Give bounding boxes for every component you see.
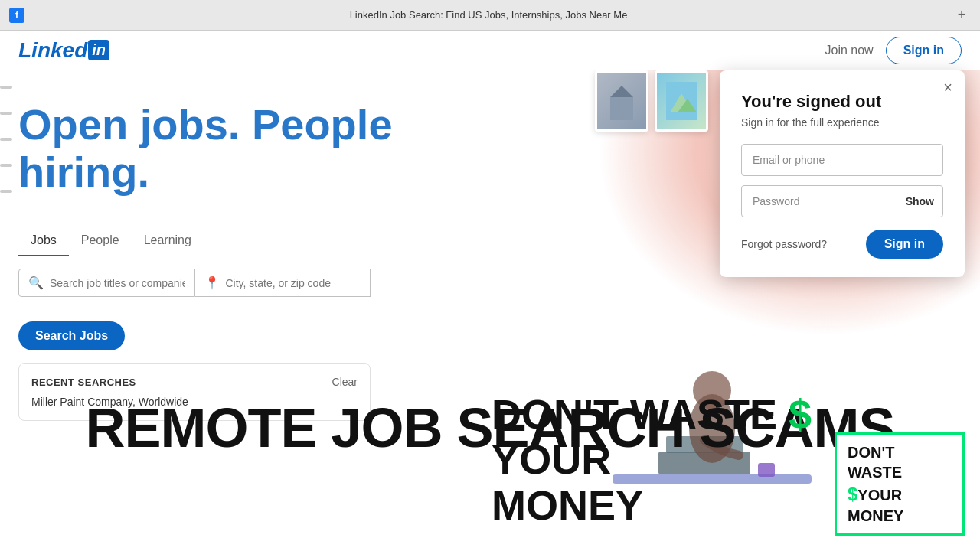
forgot-password-link[interactable]: Forgot password?: [741, 238, 827, 250]
money-graphic-box: DON'T WASTE $YOUR MONEY: [835, 432, 965, 536]
popup-subtitle: Sign in for the full experience: [741, 116, 943, 129]
job-search-input[interactable]: [50, 277, 185, 289]
navbar: Linkedin Join now Sign in: [0, 31, 980, 70]
main-page: Linkedin Join now Sign in Open jobs. Peo…: [0, 31, 980, 551]
thumbnail-images: [595, 70, 708, 132]
location-icon: 📍: [204, 276, 220, 290]
search-icon: 🔍: [28, 276, 44, 290]
search-row: 🔍 📍: [18, 269, 371, 297]
recent-header: RECENT SEARCHES Clear: [31, 376, 358, 388]
popup-bottom: Forgot password? Sign in: [741, 230, 943, 259]
thumbnail-2: [655, 70, 708, 132]
recent-searches-label: RECENT SEARCHES: [31, 377, 136, 388]
thumbnail-1: [595, 70, 648, 132]
recent-search-item[interactable]: Miller Paint Company, Worldwide: [31, 396, 358, 408]
tab-jobs[interactable]: Jobs: [18, 226, 69, 256]
join-now-button[interactable]: Join now: [825, 44, 874, 57]
popup-signin-button[interactable]: Sign in: [866, 230, 943, 259]
sign-in-button[interactable]: Sign in: [886, 37, 962, 64]
edge-icon-4: [0, 164, 12, 167]
logo-text: Linked: [18, 38, 87, 63]
popup-title: You're signed out: [741, 92, 943, 112]
search-btn-section: Search Jobs: [0, 309, 980, 350]
browser-tab: LinkedIn Job Search: Find US Jobs, Inter…: [31, 9, 946, 21]
edge-icon-1: [0, 86, 12, 89]
svg-point-9: [693, 371, 731, 409]
location-search-input[interactable]: [226, 277, 361, 289]
svg-rect-5: [612, 474, 812, 484]
new-tab-button[interactable]: +: [952, 6, 971, 24]
svg-marker-1: [610, 86, 633, 97]
popup-close-button[interactable]: ×: [943, 80, 952, 95]
person-illustration: [597, 321, 827, 551]
location-search-wrapper: 📍: [195, 269, 371, 297]
nav-actions: Join now Sign in: [825, 37, 962, 64]
hero-title: Open jobs. People hiring.: [18, 101, 439, 195]
edge-icon-5: [0, 190, 12, 193]
svg-rect-0: [610, 97, 633, 120]
tabs-bar: Jobs People Learning: [18, 226, 204, 256]
left-edge-icons: [0, 70, 15, 208]
email-input[interactable]: [741, 144, 943, 176]
svg-rect-10: [758, 463, 775, 477]
browser-favicon: f: [9, 8, 24, 23]
job-search-wrapper: 🔍: [18, 269, 195, 297]
linkedin-logo[interactable]: Linkedin: [18, 38, 109, 63]
show-password-button[interactable]: Show: [906, 195, 934, 207]
signin-popup: × You're signed out Sign in for the full…: [720, 70, 965, 277]
tab-people[interactable]: People: [69, 226, 132, 256]
edge-icon-2: [0, 112, 12, 115]
tab-learning[interactable]: Learning: [132, 226, 204, 256]
search-jobs-button[interactable]: Search Jobs: [18, 321, 125, 350]
password-wrapper: Show: [741, 185, 943, 217]
money-text: DON'T WASTE $YOUR MONEY: [848, 442, 952, 526]
clear-recent-button[interactable]: Clear: [332, 376, 358, 388]
browser-chrome: f LinkedIn Job Search: Find US Jobs, Int…: [0, 0, 980, 31]
recent-searches-section: RECENT SEARCHES Clear Miller Paint Compa…: [18, 363, 371, 421]
edge-icon-3: [0, 138, 12, 141]
logo-in: in: [88, 40, 109, 60]
